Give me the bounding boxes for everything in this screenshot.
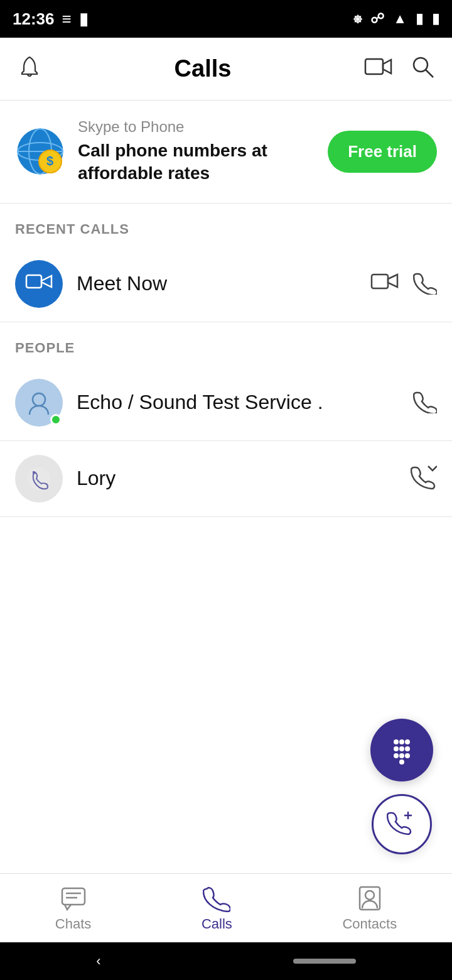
nav-contacts-label: Contacts — [342, 916, 397, 932]
nav-contacts[interactable]: Contacts — [342, 885, 397, 932]
vibrate-icon: ☍ — [370, 11, 384, 27]
fab-container — [370, 719, 433, 854]
home-pill[interactable] — [293, 959, 356, 964]
banner-subtitle: Skype to Phone — [78, 118, 315, 136]
svg-rect-25 — [62, 888, 85, 905]
svg-point-29 — [365, 891, 374, 900]
svg-point-1 — [414, 58, 428, 72]
bluetooth-icon: ⎈ — [353, 11, 362, 27]
svg-point-20 — [399, 753, 404, 758]
meet-now-actions — [370, 271, 437, 297]
svg-point-22 — [399, 760, 404, 765]
svg-point-17 — [399, 746, 404, 751]
battery-icon: ▮ — [432, 11, 439, 27]
banner-text: Skype to Phone Call phone numbers at aff… — [78, 118, 315, 185]
phone-call-action-icon[interactable] — [413, 271, 437, 297]
skype-to-phone-banner: $ Skype to Phone Call phone numbers at a… — [0, 101, 452, 204]
video-call-icon[interactable] — [364, 56, 393, 82]
svg-point-14 — [399, 739, 404, 744]
header-icons — [364, 55, 434, 83]
dialpad-fab-button[interactable] — [370, 719, 433, 781]
status-bar: 12:36 ≡ ▮ ⎈ ☍ ▲ ▮ ▮ — [0, 0, 452, 38]
svg-point-16 — [394, 746, 399, 751]
online-indicator — [50, 414, 62, 425]
list-item: Echo / Sound Test Service . — [0, 365, 452, 441]
meet-now-name: Meet Now — [77, 272, 357, 295]
echo-actions — [413, 389, 437, 416]
status-bar-right: ⎈ ☍ ▲ ▮ ▮ — [353, 11, 439, 27]
list-item: Lory — [0, 441, 452, 517]
people-label: PEOPLE — [0, 322, 452, 365]
svg-point-18 — [405, 746, 410, 751]
svg-point-11 — [33, 393, 45, 406]
video-call-action-icon[interactable] — [370, 272, 399, 296]
svg-text:$: $ — [46, 154, 53, 168]
banner-description: Call phone numbers at affordable rates — [78, 139, 315, 185]
status-bar-left: 12:36 ≡ ▮ — [13, 9, 88, 29]
page-title: Calls — [175, 55, 232, 82]
svg-rect-9 — [26, 275, 41, 288]
svg-point-19 — [394, 753, 399, 758]
lory-missed-call-icon[interactable] — [411, 464, 437, 493]
nav-chats-label: Chats — [55, 916, 91, 932]
back-button[interactable]: ‹ — [96, 953, 100, 969]
meet-now-avatar — [15, 260, 63, 308]
android-nav-bar: ‹ — [0, 942, 452, 980]
wifi-icon: ▲ — [393, 11, 407, 27]
echo-phone-icon[interactable] — [413, 389, 437, 416]
search-icon[interactable] — [411, 55, 434, 83]
header: Calls — [0, 38, 452, 101]
svg-point-21 — [405, 753, 410, 758]
bottom-nav: Chats Calls Contacts — [0, 873, 452, 942]
lory-avatar — [15, 455, 63, 503]
svg-point-15 — [405, 739, 410, 744]
globe-icon: $ — [15, 126, 65, 177]
svg-line-2 — [426, 70, 433, 77]
nav-chats[interactable]: Chats — [55, 885, 91, 932]
nav-calls-label: Calls — [202, 916, 232, 932]
recent-calls-label: RECENT CALLS — [0, 204, 452, 246]
photo-icon: ▮ — [79, 9, 88, 29]
lory-actions — [411, 464, 437, 493]
time-display: 12:36 — [13, 9, 55, 29]
svg-rect-0 — [365, 59, 383, 74]
list-item: Meet Now — [0, 246, 452, 322]
free-trial-button[interactable]: Free trial — [328, 131, 437, 173]
echo-service-name: Echo / Sound Test Service . — [77, 391, 399, 414]
lory-name: Lory — [77, 467, 397, 490]
svg-point-13 — [394, 739, 399, 744]
echo-avatar — [15, 379, 63, 427]
notification-bell-icon[interactable] — [18, 55, 41, 83]
message-icon: ≡ — [62, 9, 72, 29]
nav-calls[interactable]: Calls — [202, 885, 232, 932]
svg-rect-10 — [372, 275, 388, 288]
add-call-fab-button[interactable] — [372, 794, 432, 854]
signal-icon: ▮ — [416, 11, 423, 27]
